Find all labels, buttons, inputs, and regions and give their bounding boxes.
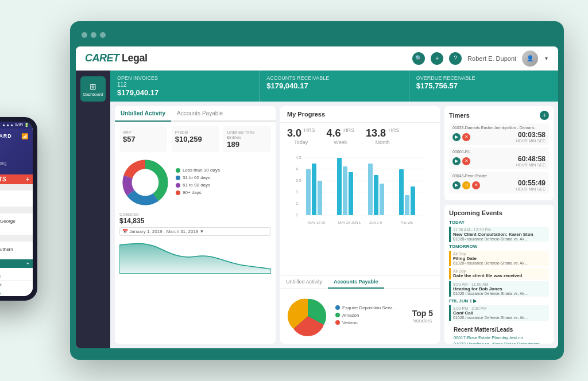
progress-stats: 3.0 HRS Today 4.6 HRS Week — [280, 123, 440, 150]
billing-wip: WIP $57 — [119, 126, 167, 152]
pie-chart — [285, 293, 331, 339]
phone-events-header: 📅 EVENTS + — [0, 174, 33, 184]
date-range-picker[interactable]: 📅 January 1, 2019 - March 31, 2019 ▼ — [119, 227, 271, 236]
svg-rect-26 — [399, 169, 404, 215]
sidebar-dashboard-label: Dashboard — [83, 92, 103, 96]
search-icon[interactable]: 🔍 — [412, 52, 425, 65]
phone-location: Location Loading — [0, 161, 6, 165]
pie-legend: Esquire Deposition Servi... Amazon Veriz… — [335, 305, 405, 328]
browser-frame: CARET Legal 🔍 + ? Robert E. Dupont 👤 ▼ ⊞… — [70, 21, 564, 360]
donut-chart — [119, 157, 171, 208]
browser-dot-2 — [91, 32, 96, 38]
phone-content: 📅 EVENTS + TODAY, JAN 10 8:00 IN - 9:00 … — [0, 174, 33, 296]
phone-status-bar: 12:43 ▲▲▲ WiFi 🔋 — [0, 122, 33, 129]
svg-rect-24 — [374, 175, 378, 215]
svg-text:4: 4 — [296, 167, 298, 171]
timer-2-play[interactable]: ▶ — [452, 157, 461, 165]
timers-title: Timers — [449, 112, 470, 119]
billing-content: WIP $57 Prebill $10,259 Unbilled Time En… — [115, 122, 276, 344]
donut-legend: Less than 30 days 31 to 60 days 61 to 90… — [176, 168, 271, 197]
timer-1: 01033-Damaris Easton-Immigration - Damar… — [449, 123, 549, 145]
stats-bar: Open Invoices 112 $179,040.17 Accounts R… — [110, 71, 558, 102]
event-hearing: 9:00 AM - 11:00 AM Hearing for Bob Jones… — [449, 281, 549, 297]
app-body: ⊞ Dashboard Open Invoices 112 $179,040.1… — [76, 71, 558, 348]
bottom-tab-unbilled[interactable]: Unbilled Activity — [280, 276, 328, 288]
legend-item-90: 61 to 90 days — [176, 182, 271, 188]
timer-1-play[interactable]: ▶ — [452, 133, 461, 141]
phone-screen: 12:43 ▲▲▲ WiFi 🔋 ☰ DASHBOARD 📶 Wednesday… — [0, 122, 33, 296]
phone-friday-label: FRIDAY, JAN 12 — [0, 235, 33, 242]
timer-3-stop[interactable]: ✕ — [472, 181, 480, 189]
upcoming-events-section: Upcoming Events TODAY 11:30 AM - 12:30 P… — [444, 205, 554, 344]
tomorrow-label: TOMORROW — [449, 244, 549, 249]
browser-content: CARET Legal 🔍 + ? Robert E. Dupont 👤 ▼ ⊞… — [76, 46, 558, 348]
progress-stat-week: 4.6 HRS Week — [327, 127, 355, 145]
user-name: Robert E. Dupont — [467, 55, 516, 62]
phone-header: ☰ DASHBOARD 📶 Wednesday January 15, 2018… — [0, 129, 33, 174]
svg-text:3: 3 — [296, 190, 298, 194]
billing-tabs: Unbilled Activity Accounts Payable — [115, 106, 276, 122]
event-new-client: 11:30 AM - 12:30 PM New Client Consultat… — [449, 227, 549, 242]
phone-tomorrow-label: TOMORROW, JAN 11 — [0, 207, 33, 213]
svg-text:2: 2 — [296, 201, 298, 205]
phone-event-deposition: 12:00 PM Jones Deposition- Southern Supe… — [0, 242, 33, 259]
sidebar-item-dashboard[interactable]: ⊞ Dashboard — [80, 76, 106, 102]
bar-chart: 4.5 4 3.5 3 2 1 — [280, 150, 440, 275]
svg-text:MAY 26-JUN 1: MAY 26-JUN 1 — [338, 221, 361, 224]
timer-2: 00000-R1 ▶ ✕ 60:48:58 HOUR MIN SEC — [449, 147, 549, 169]
progress-panel: My Progress 3.0 HRS Today — [280, 106, 440, 344]
help-icon[interactable]: ? — [449, 52, 462, 65]
tab-unbilled-activity[interactable]: Unbilled Activity — [115, 106, 171, 122]
dashboard-area: Unbilled Activity Accounts Payable WIP $… — [110, 102, 558, 348]
matter-1[interactable]: 00017-Rose Estate Planning-test mr — [454, 335, 544, 340]
top5-label: Top 5 Vendors — [410, 306, 435, 326]
logo-caret: CARET — [85, 52, 119, 64]
matter-2[interactable]: 01033-Hamilton vs. Akron Police Departme… — [454, 341, 544, 344]
browser-chrome — [76, 27, 558, 43]
add-task-icon[interactable]: + — [26, 261, 29, 266]
app-header: CARET Legal 🔍 + ? Robert E. Dupont 👤 ▼ — [76, 46, 558, 71]
dashboard-icon: ⊞ — [90, 82, 96, 91]
phone-date: Wednesday January 15, 2018 — [0, 142, 28, 153]
tab-accounts-payable[interactable]: Accounts Payable — [171, 106, 229, 120]
svg-rect-27 — [405, 195, 409, 215]
browser-dot-1 — [82, 32, 87, 38]
legend-dot-purple — [176, 183, 180, 188]
sidebar: ⊞ Dashboard — [76, 71, 110, 348]
phone-event-meeting: 8:00 IN - 9:00 PM Meeting ⬛ 4452-Hamilto… — [0, 190, 33, 207]
stat-open-invoices: Open Invoices 112 $179,040.17 — [110, 71, 260, 102]
legend-dot-blue — [176, 176, 180, 180]
phone-event-call: 12:00 PM - 1:00 PM Conference Call with … — [0, 213, 33, 235]
browser-dot-3 — [100, 32, 106, 38]
event-conf-call: 1:00 PM - 2:30 PM Conf Call 01020-Insura… — [449, 305, 549, 321]
phone-task-2: Review BMNS Contract Today, Jan 10 at 4:… — [0, 281, 33, 296]
billing-panel: Unbilled Activity Accounts Payable WIP $… — [115, 106, 276, 344]
timer-3-pause[interactable]: ⏸ — [462, 181, 470, 189]
billing-prebill: Prebill $10,259 — [172, 126, 219, 152]
add-event-icon[interactable]: + — [26, 176, 29, 182]
svg-text:JUN 2-8: JUN 2-8 — [369, 221, 382, 224]
matters-title: Recent Matters/Leads — [454, 326, 544, 333]
dropdown-icon[interactable]: ▼ — [544, 56, 549, 61]
timers-header: Timers + — [449, 111, 549, 120]
progress-stat-today: 3.0 HRS Today — [287, 127, 315, 145]
bottom-tab-payable[interactable]: Accounts Payable — [328, 276, 384, 289]
phone-dashboard-label: DASHBOARD — [0, 133, 21, 139]
timer-3-play[interactable]: ▶ — [452, 181, 461, 189]
svg-rect-17 — [306, 169, 311, 215]
add-icon[interactable]: + — [431, 52, 443, 65]
billing-metrics-row: WIP $57 Prebill $10,259 Unbilled Time En… — [119, 126, 271, 152]
phone-today-label: TODAY, JAN 10 — [0, 184, 33, 190]
legend-item-90plus: 90+ days — [176, 190, 271, 195]
logo-legal: Legal — [122, 52, 148, 64]
phone-nav: ☰ DASHBOARD 📶 — [0, 132, 28, 140]
add-timer-button[interactable]: + — [540, 111, 549, 120]
user-avatar[interactable]: 👤 — [522, 50, 538, 67]
svg-text:3.5: 3.5 — [296, 178, 301, 182]
svg-rect-22 — [349, 172, 353, 215]
timer-2-stop[interactable]: ✕ — [462, 157, 470, 165]
svg-text:This Wk: This Wk — [400, 221, 413, 224]
phone-avatar-row: Location Loading — [0, 155, 28, 171]
timer-1-stop[interactable]: ✕ — [462, 133, 470, 141]
svg-rect-21 — [343, 166, 347, 215]
